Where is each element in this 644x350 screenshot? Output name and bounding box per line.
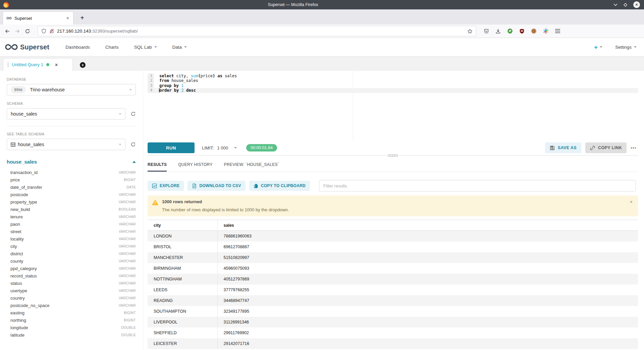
refresh-table-icon[interactable]	[130, 142, 136, 147]
tab-preview[interactable]: PREVIEW: `HOUSE_SALES`	[224, 162, 279, 172]
column-row[interactable]: property_typeVARCHAR	[7, 198, 136, 206]
divider	[7, 126, 136, 126]
column-type: VARCHAR	[119, 289, 136, 293]
run-button[interactable]: RUN	[148, 142, 195, 153]
navbar-item-sql-lab[interactable]: SQL Lab	[134, 45, 157, 50]
button-explore[interactable]: EXPLORE	[148, 181, 184, 191]
downloads-icon[interactable]	[495, 29, 501, 34]
column-row[interactable]: longitudeDOUBLE	[7, 324, 136, 331]
minimize-icon[interactable]	[613, 3, 618, 6]
extension-pinwheel-icon[interactable]	[543, 28, 549, 34]
column-row[interactable]: cityVARCHAR	[7, 243, 136, 250]
column-row[interactable]: postcodeVARCHAR	[7, 191, 136, 198]
column-row[interactable]: districtVARCHAR	[7, 250, 136, 257]
column-row[interactable]: tenureVARCHAR	[7, 213, 136, 220]
line-number: 4	[148, 88, 154, 93]
code-text: from house_sales	[154, 78, 198, 83]
tab-results[interactable]: RESULTS	[148, 162, 167, 172]
column-row[interactable]: new_buildBOOLEAN	[7, 206, 136, 213]
column-row[interactable]: countyVARCHAR	[7, 257, 136, 265]
code-line[interactable]: 4order by 2 desc	[148, 88, 638, 93]
column-row[interactable]: statusVARCHAR	[7, 279, 136, 287]
tab-title: Superset	[14, 16, 66, 21]
limit-dropdown[interactable]: LIMIT: 1 000	[202, 145, 237, 150]
close-window-icon[interactable]: ×	[633, 1, 640, 8]
new-item-menu[interactable]: +	[594, 44, 602, 50]
query-tab-active[interactable]: Untitled Query 1 ×	[3, 58, 73, 71]
column-row[interactable]: ppd_categoryVARCHAR	[7, 265, 136, 272]
tab-query-history[interactable]: QUERY HISTORY	[178, 162, 212, 172]
column-row[interactable]: priceBIGINT	[7, 176, 136, 183]
results-header-row: citysales	[148, 220, 638, 231]
bookmark-star-icon[interactable]	[467, 29, 473, 34]
refresh-schema-icon[interactable]	[130, 111, 136, 117]
column-row[interactable]: eastingBIGINT	[7, 309, 136, 316]
schema-select[interactable]: house_sales	[7, 108, 125, 120]
navbar-item-charts[interactable]: Charts	[105, 45, 119, 50]
column-type: VARCHAR	[119, 304, 136, 307]
save-as-button[interactable]: SAVE AS	[545, 142, 581, 153]
column-row[interactable]: usertypeVARCHAR	[7, 287, 136, 294]
pocket-icon[interactable]	[484, 29, 489, 34]
column-row[interactable]: northingBIGINT	[7, 316, 136, 324]
query-tab-close-icon[interactable]: ×	[55, 62, 58, 68]
button-copy-to-clipboard[interactable]: COPY TO CLIPBOARD	[249, 181, 310, 191]
cell-city: LEICESTER	[148, 338, 217, 349]
drag-handle-icon[interactable]	[7, 62, 9, 67]
code-line[interactable]: 3group by 1	[148, 83, 638, 88]
column-row[interactable]: date_of_transferDATE	[7, 183, 136, 191]
new-tab-button[interactable]: +	[78, 13, 87, 22]
extension-cookie-icon[interactable]	[531, 28, 537, 34]
column-row[interactable]: postcode_no_spaceVARCHAR	[7, 302, 136, 309]
column-row[interactable]: countryVARCHAR	[7, 294, 136, 302]
table-schema-select[interactable]: house_sales	[7, 139, 125, 150]
column-row[interactable]: transaction_idVARCHAR	[7, 169, 136, 176]
back-icon[interactable]	[5, 29, 10, 34]
url-bar[interactable]: 217.160.120.143:32393/superset/sqllab/	[38, 26, 476, 36]
column-row[interactable]: streetVARCHAR	[7, 228, 136, 235]
more-options-icon[interactable]: •••	[631, 146, 637, 150]
database-engine-badge: trino	[11, 86, 26, 93]
table-section-header[interactable]: house_sales	[7, 159, 136, 165]
pane-resize-handle-icon[interactable]	[388, 154, 398, 157]
tab-close-icon[interactable]: ×	[66, 15, 70, 21]
code-text: select city, sum(price) as sales	[154, 74, 237, 78]
code-line[interactable]: 1select city, sum(price) as sales	[148, 74, 638, 78]
extension-ublock-icon[interactable]	[519, 29, 525, 34]
navbar-item-dashboards[interactable]: Dashboards	[65, 45, 90, 50]
column-row[interactable]: record_statusVARCHAR	[7, 272, 136, 279]
alert-close-icon[interactable]: ×	[630, 199, 633, 205]
column-name: city	[10, 244, 17, 249]
rows-returned-alert: 1000 rows returned The number of rows di…	[148, 195, 638, 216]
chevron-down-icon	[154, 46, 157, 48]
results-column-header-city[interactable]: city	[148, 220, 217, 231]
settings-menu[interactable]: Settings	[615, 45, 637, 50]
maximize-icon[interactable]	[623, 3, 628, 7]
filter-results-input[interactable]	[319, 180, 636, 191]
menu-hamburger-icon[interactable]	[555, 29, 560, 33]
code-line[interactable]: 2from house_sales	[148, 78, 638, 83]
sql-editor[interactable]: 1select city, sum(price) as sales2from h…	[148, 71, 638, 140]
column-row[interactable]: paonVARCHAR	[7, 220, 136, 228]
cell-sales: 788861960063	[217, 231, 638, 242]
database-select[interactable]: trino Trino warehouse	[7, 84, 136, 95]
browser-tabstrip: Superset × +	[0, 9, 644, 25]
navbar-item-data[interactable]: Data	[172, 45, 187, 50]
add-query-tab-button[interactable]: +	[80, 62, 86, 68]
shield-icon[interactable]	[41, 29, 46, 34]
forward-icon[interactable]	[15, 29, 20, 34]
browser-tab-superset[interactable]: Superset ×	[3, 12, 73, 25]
lock-insecure-icon[interactable]	[49, 29, 54, 34]
table-schema-value: house_sales	[18, 142, 44, 147]
button-download-to-csv[interactable]: DOWNLOAD TO CSV	[187, 181, 245, 191]
column-row[interactable]: latitudeDOUBLE	[7, 331, 136, 339]
reload-icon[interactable]	[25, 29, 30, 34]
copy-link-button[interactable]: COPY LINK	[585, 142, 627, 153]
column-name: latitude	[10, 333, 24, 338]
column-row[interactable]: localityVARCHAR	[7, 235, 136, 243]
extension-privacy-icon[interactable]	[507, 28, 513, 34]
results-column-header-sales[interactable]: sales	[217, 220, 638, 231]
file-icon	[192, 183, 197, 188]
superset-logo[interactable]: Superset	[5, 43, 49, 51]
chevron-up-icon[interactable]	[132, 161, 136, 163]
